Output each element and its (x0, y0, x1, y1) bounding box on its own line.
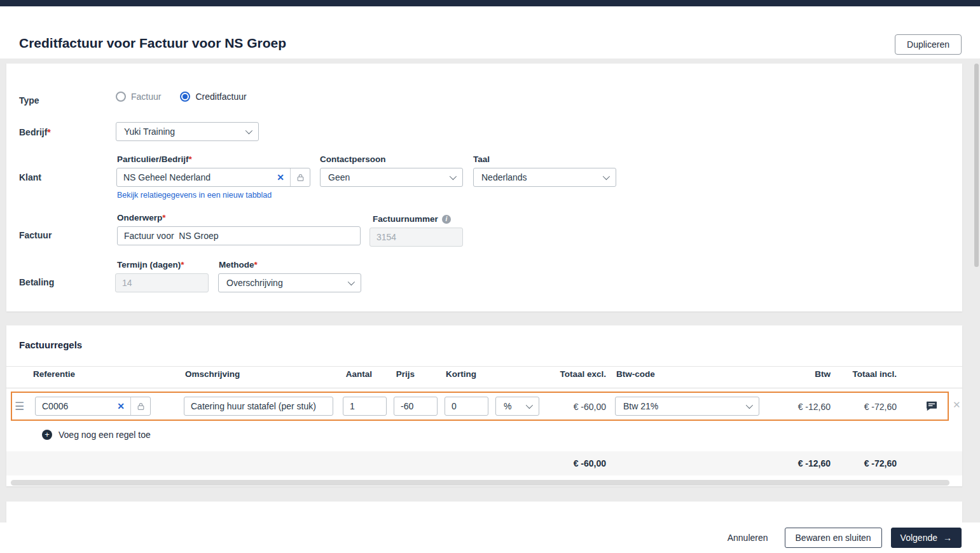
plus-icon: + (42, 430, 52, 440)
bedrijf-select-value: Yuki Training (124, 126, 175, 137)
taal-select[interactable]: Nederlands (473, 168, 616, 187)
top-navigation-bar (0, 0, 980, 6)
radio-checked-icon (180, 92, 190, 102)
korting-input[interactable] (445, 397, 488, 416)
referentie-input[interactable] (42, 401, 111, 411)
radio-factuur-label: Factuur (131, 92, 161, 102)
col-btw-code: Btw-code (616, 369, 655, 379)
col-korting: Korting (446, 369, 476, 379)
radio-factuur[interactable]: Factuur (116, 92, 161, 102)
contactpersoon-select-value: Geen (328, 172, 350, 182)
next-button[interactable]: Volgende → (891, 528, 962, 548)
add-line-label: Voeg nog een regel toe (59, 430, 151, 440)
col-totaal-incl: Totaal incl. (827, 369, 897, 379)
chevron-down-icon (348, 278, 355, 285)
factuur-label: Factuur (19, 230, 52, 240)
footer-action-bar: Annuleren Bewaren en sluiten Volgende → (0, 522, 980, 553)
vertical-scrollbar[interactable] (974, 64, 979, 267)
type-radio-group: Factuur Creditfactuur (116, 92, 247, 102)
onderwerp-input[interactable] (117, 226, 361, 245)
duplicate-button[interactable]: Dupliceren (895, 34, 962, 55)
termijn-input (115, 273, 209, 292)
klant-input[interactable] (123, 172, 271, 182)
save-and-close-button[interactable]: Bewaren en sluiten (785, 528, 882, 548)
relation-details-link[interactable]: Bekijk relatiegegevens in een nieuw tabb… (117, 191, 272, 200)
bedrijf-select[interactable]: Yuki Training (116, 122, 259, 141)
clear-icon[interactable]: ✕ (111, 401, 130, 411)
bedrijf-label: Bedrijf* (19, 127, 51, 137)
clear-icon[interactable]: ✕ (271, 172, 290, 182)
chevron-down-icon (245, 127, 252, 134)
drag-handle-icon[interactable]: ☰ (15, 400, 24, 413)
klant-input-group: ✕ (116, 168, 310, 187)
remove-line-icon[interactable]: ✕ (953, 399, 961, 411)
contactpersoon-label: Contactpersoon (320, 154, 386, 164)
page-header: Creditfactuur voor Factuur voor NS Groep… (0, 6, 980, 58)
arrow-right-icon: → (943, 533, 952, 543)
methode-select[interactable]: Overschrijving (218, 273, 361, 292)
lock-icon[interactable] (131, 402, 150, 411)
factuurregels-title: Factuurregels (19, 339, 82, 350)
totaal-incl-value: € -72,60 (833, 402, 897, 412)
onderwerp-label: Onderwerp* (117, 213, 166, 222)
referentie-input-group: ✕ (35, 397, 151, 416)
cancel-button[interactable]: Annuleren (728, 533, 768, 543)
totals-excl: € -60,00 (541, 458, 606, 468)
type-label: Type (19, 95, 39, 106)
chevron-down-icon (450, 173, 457, 180)
totaal-excl-value: € -60,00 (541, 402, 606, 412)
prijs-input[interactable] (394, 397, 438, 416)
methode-select-value: Overschrijving (226, 278, 283, 288)
col-btw: Btw (773, 369, 831, 379)
page-title: Creditfactuur voor Factuur voor NS Groep (19, 36, 286, 51)
comment-icon[interactable] (926, 401, 937, 413)
col-omschrijving: Omschrijving (185, 369, 240, 379)
table-divider (6, 366, 962, 367)
factuurnummer-label: Factuurnummeri (373, 214, 451, 224)
termijn-label: Termijn (dagen)* (117, 260, 184, 270)
particulier-bedrijf-label: Particulier/Bedrijf* (117, 154, 192, 164)
totals-btw: € -12,60 (773, 458, 831, 468)
chevron-down-icon (526, 402, 533, 409)
horizontal-scrollbar[interactable] (11, 480, 949, 486)
totals-row: € -60,00 € -12,60 € -72,60 (6, 451, 962, 475)
next-section-panel (6, 502, 962, 522)
btw-code-select[interactable]: Btw 21% (615, 397, 759, 416)
korting-unit-value: % (504, 401, 511, 411)
col-totaal-excl: Totaal excl. (542, 369, 606, 379)
invoice-line-row: ☰ ✕ % € -60,00 Btw 21% (11, 392, 949, 421)
radio-creditfactuur[interactable]: Creditfactuur (180, 92, 246, 102)
table-divider (6, 388, 962, 388)
korting-unit-select[interactable]: % (495, 397, 539, 416)
omschrijving-input[interactable] (184, 397, 333, 416)
chevron-down-icon (746, 402, 753, 409)
next-button-label: Volgende (901, 533, 937, 543)
lock-icon[interactable] (291, 174, 310, 182)
col-referentie: Referentie (33, 369, 75, 379)
totals-incl: € -72,60 (833, 458, 897, 468)
klant-label: Klant (19, 172, 41, 182)
aantal-input[interactable] (343, 397, 387, 416)
radio-creditfactuur-label: Creditfactuur (195, 92, 246, 102)
col-prijs: Prijs (362, 369, 415, 379)
btw-code-value: Btw 21% (623, 401, 658, 411)
info-icon[interactable]: i (442, 215, 451, 224)
contactpersoon-select[interactable]: Geen (320, 168, 463, 187)
methode-label: Methode* (219, 260, 258, 270)
chevron-down-icon (603, 173, 610, 180)
radio-unchecked-icon (116, 92, 126, 102)
add-line-button[interactable]: + Voeg nog een regel toe (42, 430, 151, 440)
invoice-lines-panel: Factuurregels Referentie Omschrijving Aa… (6, 325, 962, 486)
taal-label: Taal (473, 154, 490, 164)
taal-select-value: Nederlands (481, 172, 527, 182)
invoice-details-panel: Type Factuur Creditfactuur Bedrijf* Yuki… (6, 64, 962, 311)
betaling-label: Betaling (19, 277, 54, 287)
factuurnummer-input (369, 228, 463, 247)
main-content: Type Factuur Creditfactuur Bedrijf* Yuki… (0, 58, 980, 553)
btw-value: € -12,60 (773, 402, 831, 412)
